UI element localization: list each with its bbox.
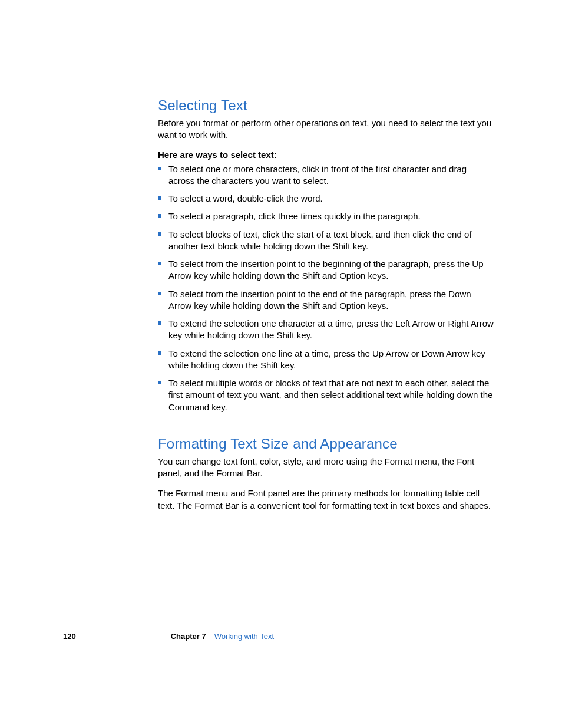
body-paragraph: You can change text font, color, style, … bbox=[158, 456, 495, 480]
list-item: To select blocks of text, click the star… bbox=[158, 229, 495, 253]
chapter-label: Chapter 7 bbox=[171, 632, 206, 641]
list-item: To select a word, double-click the word. bbox=[158, 193, 495, 205]
list-item: To select one or more characters, click … bbox=[158, 163, 495, 187]
body-paragraph: The Format menu and Font panel are the p… bbox=[158, 487, 495, 512]
page-number: 120 bbox=[63, 632, 76, 641]
page-content: Selecting Text Before you format or perf… bbox=[158, 97, 495, 520]
section-selecting-text: Selecting Text Before you format or perf… bbox=[158, 97, 495, 413]
footer-divider bbox=[88, 630, 88, 668]
bullet-list: To select one or more characters, click … bbox=[158, 163, 495, 413]
chapter-title: Working with Text bbox=[214, 632, 274, 641]
list-item: To select from the insertion point to th… bbox=[158, 258, 495, 282]
list-item: To extend the selection one line at a ti… bbox=[158, 348, 495, 372]
section-heading: Formatting Text Size and Appearance bbox=[158, 436, 495, 452]
list-item: To select a paragraph, click three times… bbox=[158, 210, 495, 222]
section-formatting-text: Formatting Text Size and Appearance You … bbox=[158, 436, 495, 512]
subhead: Here are ways to select text: bbox=[158, 150, 495, 160]
list-item: To select multiple words or blocks of te… bbox=[158, 377, 495, 413]
section-heading: Selecting Text bbox=[158, 97, 495, 114]
list-item: To extend the selection one character at… bbox=[158, 318, 495, 342]
footer-text: Chapter 7 Working with Text bbox=[171, 632, 274, 641]
page-footer: 120 Chapter 7 Working with Text bbox=[63, 632, 274, 670]
list-item: To select from the insertion point to th… bbox=[158, 288, 495, 312]
intro-paragraph: Before you format or perform other opera… bbox=[158, 117, 495, 141]
